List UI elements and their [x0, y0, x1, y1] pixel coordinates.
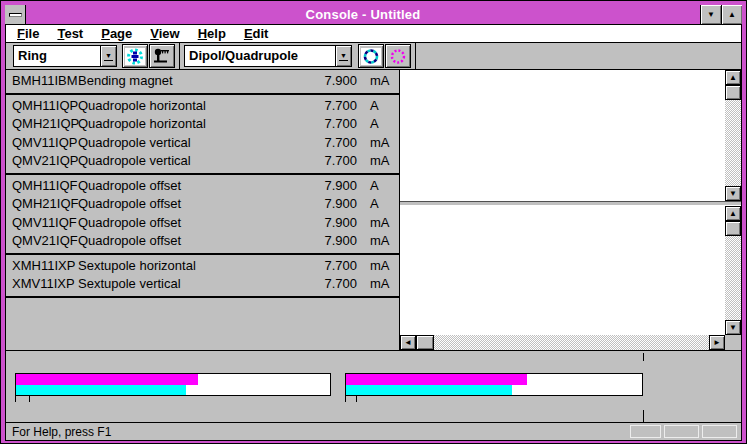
- col-unit: mA: [357, 232, 399, 251]
- status-indicator-panes: [630, 425, 737, 438]
- scrollbar-thumb[interactable]: [725, 85, 741, 100]
- display-panel-top[interactable]: [400, 70, 725, 201]
- scroll-down-button[interactable]: ▼: [725, 320, 741, 335]
- system-menu-button[interactable]: [5, 5, 26, 24]
- menu-item-file[interactable]: File: [8, 25, 48, 42]
- horizontal-scrollbar: ◄ ►: [400, 335, 725, 350]
- col-value: 7.900: [287, 195, 357, 214]
- menu-item-help[interactable]: Help: [189, 25, 235, 42]
- col-unit: A: [357, 195, 399, 214]
- menu-item-edit[interactable]: Edit: [235, 25, 278, 42]
- table-row-qmh11iqp[interactable]: QMH11IQPQuadropole horizontal7.700A: [6, 97, 399, 116]
- system-menu-icon: [9, 13, 22, 17]
- vertical-scrollbar-bottom: ▲ ▼: [725, 206, 741, 335]
- col-desc: Sextupole vertical: [78, 275, 287, 294]
- scrollbar-track[interactable]: [434, 335, 709, 350]
- maximize-button[interactable]: ▲: [721, 5, 742, 24]
- col-desc: Sextupole horizontal: [78, 257, 287, 276]
- table-group: BMH11IBMBending magnet7.900mA: [6, 70, 399, 95]
- scroll-up-button[interactable]: ▲: [725, 206, 741, 221]
- menu-item-page[interactable]: Page: [92, 25, 141, 42]
- scroll-left-icon: ◄: [404, 338, 412, 347]
- ring-combobox[interactable]: Ring ▼: [13, 45, 117, 67]
- col-value: 7.900: [287, 72, 357, 91]
- scroll-up-button[interactable]: ▲: [725, 70, 741, 85]
- table-row-xmh11ixp[interactable]: XMH11IXPSextupole horizontal7.700mA: [6, 257, 399, 276]
- meter-scale-tick-bottom: [643, 410, 644, 423]
- dropdown-arrow-icon: ▼: [104, 52, 113, 61]
- col-id: QMH21IQP: [12, 115, 78, 134]
- col-id: QMV11IQF: [12, 214, 78, 233]
- table-row-qmh21iqf[interactable]: QMH21IQFQuadropole offset7.900A: [6, 195, 399, 214]
- col-desc: Bending magnet: [78, 72, 287, 91]
- magnet-type-combobox[interactable]: Dipol/Quadrupole ▼: [184, 45, 352, 67]
- meter-2-magenta-fill: [346, 374, 527, 385]
- col-value: 7.700: [287, 257, 357, 276]
- scroll-up-icon: ▲: [729, 209, 737, 218]
- dropdown-arrow-button[interactable]: ▼: [335, 46, 351, 66]
- table-group: XMH11IXPSextupole horizontal7.700mAXMV11…: [6, 255, 399, 298]
- status-message: For Help, press F1: [12, 425, 111, 439]
- magnet-table: BMH11IBMBending magnet7.900mAQMH11IQPQua…: [6, 70, 400, 350]
- scroll-down-icon: ▼: [729, 189, 737, 198]
- dropdown-arrow-button[interactable]: ▼: [100, 46, 116, 66]
- window-title: Console - Untitled: [26, 5, 700, 24]
- minimize-button[interactable]: ▼: [700, 5, 721, 24]
- col-unit: mA: [357, 152, 399, 171]
- display-panel-bottom[interactable]: [400, 206, 725, 335]
- scroll-left-button[interactable]: ◄: [400, 335, 416, 350]
- lever-button[interactable]: [149, 44, 175, 68]
- select-device-button[interactable]: [122, 44, 148, 68]
- toolbar-separator: [179, 43, 180, 69]
- scrollbar-track[interactable]: [725, 236, 741, 320]
- status-bar: For Help, press F1: [6, 422, 741, 440]
- meter-bar-2: [345, 373, 643, 396]
- status-pane: [664, 425, 699, 438]
- table-row-bmh11ibm[interactable]: BMH11IBMBending magnet7.900mA: [6, 72, 399, 91]
- col-unit: mA: [357, 275, 399, 294]
- meter-bar-1: [15, 373, 331, 396]
- table-row-qmv21iqp[interactable]: QMV21IQPQuadropole vertical7.700mA: [6, 152, 399, 171]
- status-pane: [630, 425, 661, 438]
- table-group: QMH11IQPQuadropole horizontal7.700AQMH21…: [6, 95, 399, 175]
- table-row-qmv11iqp[interactable]: QMV11IQPQuadropole vertical7.700mA: [6, 134, 399, 153]
- ring-selection-button[interactable]: [358, 44, 384, 68]
- meter-scale-tick-top: [643, 353, 644, 361]
- scroll-down-button[interactable]: ▼: [725, 186, 741, 201]
- menu-item-view[interactable]: View: [141, 25, 188, 42]
- table-row-qmv21iqf[interactable]: QMV21IQFQuadropole offset7.900mA: [6, 232, 399, 251]
- table-group: QMH11IQFQuadropole offset7.900AQMH21IQFQ…: [6, 175, 399, 255]
- col-desc: Quadropole vertical: [78, 134, 287, 153]
- col-value: 7.700: [287, 152, 357, 171]
- scrollbar-thumb[interactable]: [725, 221, 741, 236]
- menu-item-test[interactable]: Test: [48, 25, 92, 42]
- scroll-up-icon: ▲: [729, 73, 737, 82]
- toolbar-separator: [415, 43, 416, 69]
- col-unit: A: [357, 97, 399, 116]
- col-unit: mA: [357, 257, 399, 276]
- table-row-qmv11iqf[interactable]: QMV11IQFQuadropole offset7.900mA: [6, 214, 399, 233]
- meter-1-magenta-fill: [16, 374, 198, 385]
- meter-1-cyan-fill: [16, 385, 186, 396]
- col-unit: mA: [357, 72, 399, 91]
- col-value: 7.900: [287, 232, 357, 251]
- col-id: QMH11IQF: [12, 177, 78, 196]
- title-bar: Console - Untitled ▼ ▲: [5, 5, 742, 24]
- col-id: XMH11IXP: [12, 257, 78, 276]
- col-desc: Quadropole offset: [78, 214, 287, 233]
- dropdown-arrow-icon: ▼: [339, 52, 348, 61]
- ellipse-selection-button[interactable]: [385, 44, 411, 68]
- toolbar: Ring ▼: [6, 43, 741, 70]
- table-row-qmh21iqp[interactable]: QMH21IQPQuadropole horizontal7.700A: [6, 115, 399, 134]
- scroll-down-icon: ▼: [729, 323, 737, 332]
- ring-combobox-value: Ring: [14, 46, 100, 66]
- lever-icon: [152, 48, 172, 65]
- scrollbar-track[interactable]: [725, 100, 741, 186]
- table-row-xmv11ixp[interactable]: XMV11IXPSextupole vertical7.700mA: [6, 275, 399, 294]
- vertical-scrollbar-top: ▲ ▼: [725, 70, 741, 201]
- table-row-qmh11iqf[interactable]: QMH11IQFQuadropole offset7.900A: [6, 177, 399, 196]
- scrollbar-thumb[interactable]: [416, 335, 434, 350]
- col-id: BMH11IBM: [12, 72, 78, 91]
- minimize-icon: ▼: [707, 10, 715, 19]
- scroll-right-button[interactable]: ►: [709, 335, 725, 350]
